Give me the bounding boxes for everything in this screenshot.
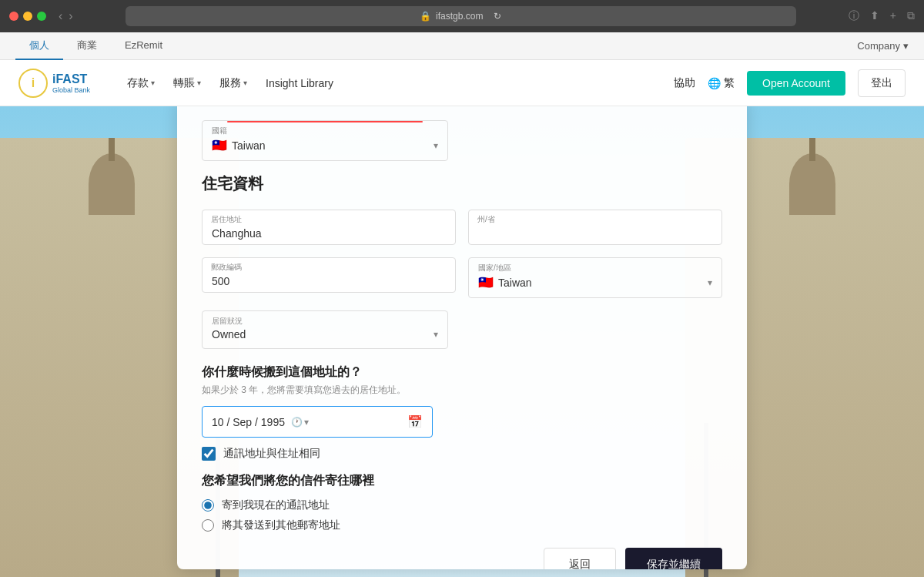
error-indicator (227, 121, 423, 122)
residence-label: 居留狀況 (212, 316, 438, 327)
date-left: 10 / Sep / 1995 🕐 ▾ (212, 416, 309, 428)
address-bar[interactable]: 🔒 ifastgb.com ↻ (126, 6, 796, 26)
page-background: 國籍 🇹🇼 Taiwan ▾ 住宅資料 居住地址 (0, 106, 924, 577)
date-field[interactable]: 10 / Sep / 1995 🕐 ▾ 📅 (202, 406, 433, 438)
country-flag: 🇹🇼 (478, 275, 494, 290)
same-address-checkbox[interactable] (202, 447, 216, 461)
postal-label: 郵政編碼 (211, 262, 242, 273)
transfer-dropdown-icon: ▾ (197, 79, 201, 87)
postal-wrapper: 郵政編碼 (202, 257, 456, 293)
minimize-window-button[interactable] (23, 12, 32, 21)
country-value: Taiwan (498, 277, 532, 289)
back-arrow-icon[interactable]: ‹ (59, 9, 62, 23)
logo-icon-text: i (32, 76, 35, 90)
clock-icon: 🕐 (291, 417, 303, 428)
country-field[interactable]: 國家/地區 🇹🇼 Taiwan ▾ (468, 257, 722, 298)
top-nav: 個人 商業 EzRemit Company ▾ (0, 32, 924, 60)
reload-icon[interactable]: ↻ (494, 11, 501, 22)
nav-deposits[interactable]: 存款 ▾ (121, 73, 161, 93)
state-wrapper: 州/省 (468, 210, 722, 245)
calendar-icon[interactable]: 📅 (407, 414, 423, 429)
company-label: Company (857, 40, 900, 52)
residence-chevron-icon: ▾ (434, 329, 438, 340)
address-wrapper: 居住地址 (202, 210, 456, 245)
nationality-chevron-icon: ▾ (434, 140, 438, 151)
mail-option2-label: 將其發送到其他郵寄地址 (222, 518, 340, 532)
mail-option2-row: 將其發送到其他郵寄地址 (202, 518, 722, 532)
maximize-window-button[interactable] (37, 12, 46, 21)
lang-label: 繁 (724, 76, 735, 90)
form-overlay: 國籍 🇹🇼 Taiwan ▾ 住宅資料 居住地址 (0, 106, 924, 577)
address-state-row: 居住地址 州/省 (202, 210, 722, 245)
country-chevron-icon: ▾ (708, 277, 712, 288)
tabs-icon[interactable]: ⧉ (907, 9, 915, 23)
services-dropdown-icon: ▾ (243, 79, 247, 87)
nationality-flag: 🇹🇼 (212, 138, 227, 153)
button-row: 返回 保存並繼續 (202, 548, 722, 569)
mail-option2-radio[interactable] (202, 519, 214, 532)
nav-insight-library[interactable]: Insight Library (259, 74, 340, 92)
residence-field[interactable]: 居留狀況 Owned ▾ (202, 310, 448, 349)
header-right: 協助 🌐 繁 Open Account 登出 (674, 69, 906, 97)
same-address-row: 通訊地址與住址相同 (202, 447, 722, 461)
mail-section: 您希望我們將您的信件寄往哪裡 寄到我現在的通訊地址 將其發送到其他郵寄地址 (202, 473, 722, 532)
open-account-button[interactable]: Open Account (747, 71, 845, 96)
help-link[interactable]: 協助 (674, 76, 695, 90)
logo-text-area: iFAST Global Bank (52, 72, 90, 94)
nav-personal[interactable]: 個人 (15, 32, 63, 60)
back-button[interactable]: 返回 (544, 548, 616, 569)
deposits-label: 存款 (127, 76, 149, 90)
postal-country-row: 郵政編碼 國家/地區 🇹🇼 Taiwan ▾ (202, 257, 722, 298)
same-address-label: 通訊地址與住址相同 (223, 447, 320, 461)
logout-button[interactable]: 登出 (858, 69, 906, 97)
nav-ezremit[interactable]: EzRemit (111, 32, 176, 60)
language-selector[interactable]: 🌐 繁 (708, 76, 735, 90)
postal-col: 郵政編碼 (202, 257, 456, 298)
date-value: 10 / Sep / 1995 (212, 416, 285, 428)
nav-business[interactable]: 商業 (63, 32, 111, 60)
date-dropdown-arrow: ▾ (304, 417, 309, 428)
state-col: 州/省 (468, 210, 722, 245)
move-date-section: 你什麼時候搬到這個地址的？ 如果少於 3 年，您將需要填寫您過去的居住地址。 1… (202, 364, 722, 438)
services-label: 服務 (219, 76, 241, 90)
close-window-button[interactable] (9, 12, 18, 21)
nationality-value: Taiwan (232, 139, 266, 152)
date-dropdown-btn[interactable]: 🕐 ▾ (291, 417, 309, 428)
logo-circle: i (18, 69, 48, 98)
lock-icon: 🔒 (420, 11, 431, 22)
header-nav: 存款 ▾ 轉賬 ▾ 服務 ▾ Insight Library (121, 73, 340, 93)
browser-nav: ‹ › (59, 9, 73, 23)
save-continue-button[interactable]: 保存並繼續 (625, 548, 722, 569)
address-label: 居住地址 (211, 214, 242, 225)
main-header: i iFAST Global Bank 存款 ▾ 轉賬 ▾ 服務 ▾ Insig… (0, 60, 924, 106)
logo-main-text: iFAST (52, 72, 90, 86)
company-selector[interactable]: Company ▾ (857, 40, 909, 52)
forward-arrow-icon[interactable]: › (69, 9, 72, 23)
mail-option1-row: 寄到我現在的通訊地址 (202, 498, 722, 512)
residence-row: 居留狀況 Owned ▾ (202, 310, 722, 349)
mail-title: 您希望我們將您的信件寄往哪裡 (202, 473, 722, 489)
browser-chrome: ‹ › 🔒 ifastgb.com ↻ ⓘ ⬆ + ⧉ (0, 0, 924, 32)
url-text: ifastgb.com (436, 11, 483, 22)
share-icon[interactable]: ⬆ (870, 9, 879, 23)
browser-actions: ⓘ ⬆ + ⧉ (849, 9, 915, 23)
state-input[interactable] (468, 210, 722, 245)
browser-window-controls (9, 12, 46, 21)
nav-transfer[interactable]: 轉賬 ▾ (167, 73, 207, 93)
country-label: 國家/地區 (478, 263, 712, 273)
address-col: 居住地址 (202, 210, 456, 245)
add-tab-icon[interactable]: + (890, 9, 896, 23)
mail-option1-radio[interactable] (202, 499, 214, 512)
country-col: 國家/地區 🇹🇼 Taiwan ▾ (468, 257, 722, 298)
nationality-field[interactable]: 國籍 🇹🇼 Taiwan ▾ (202, 120, 448, 161)
section-title: 住宅資料 (202, 173, 722, 194)
globe-icon: 🌐 (708, 77, 721, 89)
nationality-label: 國籍 (212, 126, 438, 136)
transfer-label: 轉賬 (173, 76, 195, 90)
nav-services[interactable]: 服務 ▾ (213, 73, 253, 93)
logo[interactable]: i iFAST Global Bank (18, 69, 90, 98)
info-icon[interactable]: ⓘ (849, 9, 859, 23)
deposits-dropdown-icon: ▾ (151, 79, 155, 87)
move-date-title: 你什麼時候搬到這個地址的？ (202, 364, 722, 381)
residence-value: Owned (212, 328, 246, 340)
